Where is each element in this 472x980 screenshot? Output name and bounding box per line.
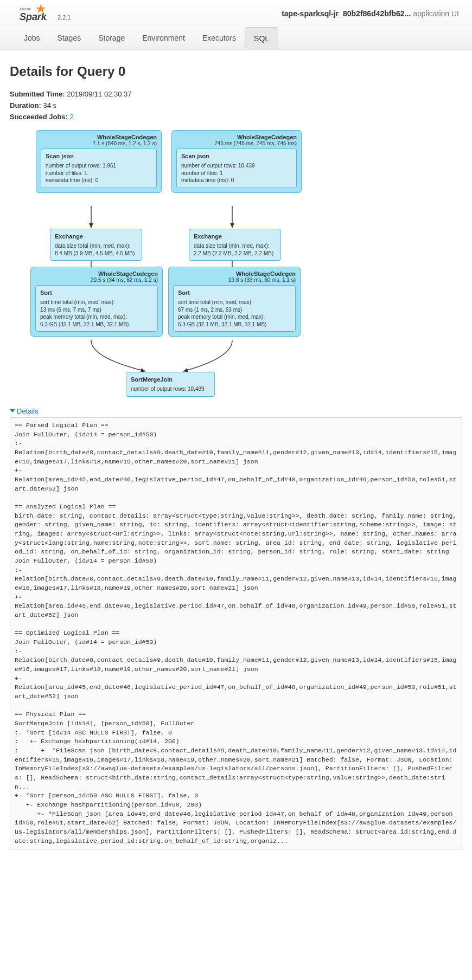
duration-label: Duration: bbox=[10, 101, 41, 109]
node-label: Scan json bbox=[46, 152, 152, 160]
node-exchange-left[interactable]: Exchange data size total (min, med, max)… bbox=[50, 229, 142, 261]
metric: number of output rows: 10,439 bbox=[181, 162, 292, 170]
metric: number of output rows: 1,961 bbox=[46, 162, 152, 170]
node-label: Scan json bbox=[181, 152, 292, 160]
succeeded-label: Succeeded Jobs: bbox=[10, 113, 68, 121]
metric: peak memory total (min, med, max): bbox=[178, 313, 291, 321]
tab-jobs[interactable]: Jobs bbox=[15, 27, 49, 49]
node-timing: 19.8 s (33 ms, 60 ms, 1.1 s) bbox=[173, 277, 296, 283]
spark-version: 2.2.1 bbox=[58, 14, 71, 23]
node-timing: 20.5 s (34 ms, 62 ms, 1.2 s) bbox=[35, 277, 158, 283]
node-title: WholeStageCodegen bbox=[41, 134, 157, 140]
node-title: WholeStageCodegen bbox=[35, 270, 158, 277]
top-navbar: APACHE Spark ™ 2.2.1 tape-sparksql-jr_80… bbox=[0, 0, 472, 50]
query-plan-diagram[interactable]: WholeStageCodegen 2.1 s (840 ms, 1.2 s, … bbox=[26, 130, 319, 401]
node-label: Sort bbox=[40, 289, 153, 297]
succeeded-jobs-link[interactable]: 2 bbox=[70, 113, 74, 121]
page-title: Details for Query 0 bbox=[10, 64, 462, 79]
metric: sort time total (min, med, max): bbox=[40, 299, 153, 306]
metric: number of files: 1 bbox=[46, 170, 152, 177]
tab-sql[interactable]: SQL bbox=[245, 27, 278, 49]
metric: number of output rows: 10,439 bbox=[131, 385, 210, 393]
node-title: WholeStageCodegen bbox=[173, 270, 296, 277]
spark-logo[interactable]: APACHE Spark ™ 2.2.1 bbox=[0, 0, 81, 27]
app-name: tape-sparksql-jr_80b2f86d42bfb62... bbox=[282, 9, 411, 18]
triangle-down-icon bbox=[10, 409, 15, 412]
metric: metadata time (ms): 0 bbox=[181, 177, 292, 184]
svg-text:™: ™ bbox=[44, 18, 48, 22]
node-title: WholeStageCodegen bbox=[176, 134, 297, 140]
metric: 8.4 MB (3.9 MB, 4.5 MB, 4.5 MB) bbox=[55, 250, 137, 257]
metric: metadata time (ms): 0 bbox=[46, 177, 152, 184]
app-suffix: application UI bbox=[413, 9, 459, 18]
metric: 6.3 GB (32.1 MB, 32.1 MB, 32.1 MB) bbox=[178, 321, 291, 328]
node-timing: 745 ms (745 ms, 745 ms, 745 ms) bbox=[176, 140, 297, 146]
node-sort-left[interactable]: Sort sort time total (min, med, max): 13… bbox=[35, 285, 158, 332]
node-label: SortMergeJoin bbox=[131, 376, 210, 384]
node-wholestagecodegen-left-2[interactable]: WholeStageCodegen 20.5 s (34 ms, 62 ms, … bbox=[30, 267, 163, 337]
node-label: Sort bbox=[178, 289, 291, 297]
metric: 2.2 MB (2.2 MB, 2.2 MB, 2.2 MB) bbox=[194, 250, 276, 257]
svg-text:APACHE: APACHE bbox=[20, 8, 31, 11]
node-wholestagecodegen-right-1[interactable]: WholeStageCodegen 745 ms (745 ms, 745 ms… bbox=[171, 130, 302, 192]
metric: number of files: 1 bbox=[181, 170, 292, 177]
duration-value: 34 s bbox=[43, 101, 56, 109]
node-scan-json-left[interactable]: Scan json number of output rows: 1,961 n… bbox=[41, 149, 157, 188]
submitted-value: 2019/09/11 02:30:37 bbox=[67, 90, 131, 98]
tab-environment[interactable]: Environment bbox=[133, 27, 194, 49]
spark-logo-icon: APACHE Spark ™ bbox=[20, 4, 54, 23]
submitted-label: Submitted Time: bbox=[10, 90, 65, 98]
nav-tabs: Jobs Stages Storage Environment Executor… bbox=[0, 27, 472, 49]
node-wholestagecodegen-left-1[interactable]: WholeStageCodegen 2.1 s (840 ms, 1.2 s, … bbox=[36, 130, 162, 192]
metric: peak memory total (min, med, max): bbox=[40, 313, 153, 321]
details-toggle[interactable]: Details bbox=[10, 407, 39, 415]
app-title: tape-sparksql-jr_80b2f86d42bfb62... appl… bbox=[282, 9, 472, 18]
tab-storage[interactable]: Storage bbox=[90, 27, 133, 49]
svg-text:Spark: Spark bbox=[20, 11, 47, 22]
query-meta: Submitted Time: 2019/09/11 02:30:37 Dura… bbox=[10, 89, 462, 122]
metric: 13 ms (6 ms, 7 ms, 7 ms) bbox=[40, 306, 153, 314]
tab-stages[interactable]: Stages bbox=[49, 27, 90, 49]
node-label: Exchange bbox=[55, 233, 137, 241]
details-label: Details bbox=[17, 407, 39, 415]
node-label: Exchange bbox=[194, 233, 276, 241]
node-scan-json-right[interactable]: Scan json number of output rows: 10,439 … bbox=[176, 149, 297, 188]
tab-executors[interactable]: Executors bbox=[194, 27, 245, 49]
node-wholestagecodegen-right-2[interactable]: WholeStageCodegen 19.8 s (33 ms, 60 ms, … bbox=[168, 267, 301, 337]
node-sort-right[interactable]: Sort sort time total (min, med, max): 67… bbox=[173, 285, 296, 332]
node-sortmergejoin[interactable]: SortMergeJoin number of output rows: 10,… bbox=[126, 372, 215, 396]
node-exchange-right[interactable]: Exchange data size total (min, med, max)… bbox=[189, 229, 281, 261]
metric: sort time total (min, med, max): bbox=[178, 299, 291, 306]
physical-plan-text[interactable]: == Parsed Logical Plan == Join FullOuter… bbox=[10, 417, 462, 850]
node-timing: 2.1 s (840 ms, 1.2 s, 1.2 s) bbox=[41, 140, 157, 146]
metric: 6.3 GB (32.1 MB, 32.1 MB, 32.1 MB) bbox=[40, 321, 153, 328]
metric: data size total (min, med, max): bbox=[55, 242, 137, 250]
metric: data size total (min, med, max): bbox=[194, 242, 276, 250]
metric: 67 ms (1 ms, 2 ms, 63 ms) bbox=[178, 306, 291, 314]
